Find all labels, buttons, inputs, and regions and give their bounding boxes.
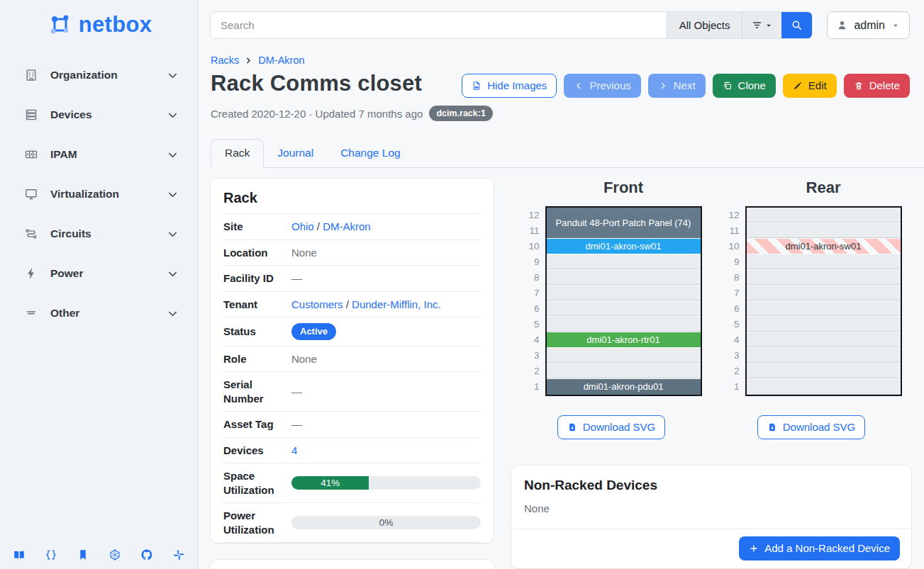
rack-slot-empty <box>547 317 701 332</box>
sidebar-item-circuits[interactable]: Circuits <box>0 214 198 254</box>
tab-rack[interactable]: Rack <box>211 139 264 168</box>
rack-device[interactable]: dmi01-akron-rtr01 <box>547 332 701 348</box>
breadcrumb-site-link[interactable]: DM-Akron <box>258 55 304 66</box>
table-row: Status Active <box>223 317 481 346</box>
sidebar-item-ipam[interactable]: IPAM <box>0 135 198 174</box>
table-row: Site Ohio / DM-Akron <box>223 213 481 240</box>
panel-title: Rack <box>211 179 494 213</box>
user-menu-button[interactable]: admin <box>827 11 910 39</box>
plus-icon <box>749 543 759 553</box>
file-download-icon <box>767 422 777 432</box>
unit-number: 9 <box>721 254 740 270</box>
username: admin <box>854 19 885 32</box>
unit-number: 2 <box>721 364 740 379</box>
unit-number: 3 <box>521 348 540 364</box>
file-download-icon <box>567 422 577 432</box>
rack-slot-empty <box>747 317 901 332</box>
other-icon <box>24 306 38 320</box>
virtualization-icon <box>24 187 38 201</box>
topbar: All Objects admin <box>199 0 924 39</box>
tenant-link[interactable]: Dunder-Mifflin, Inc. <box>352 298 441 310</box>
power-utilization-bar: 0% <box>291 516 481 529</box>
next-button[interactable]: Next <box>648 74 706 98</box>
unit-number: 8 <box>721 270 740 286</box>
sidebar-item-organization[interactable]: Organization <box>0 55 198 95</box>
api-docs-icon[interactable] <box>77 548 89 561</box>
slack-icon[interactable] <box>172 548 185 561</box>
unit-number: 12 <box>721 208 740 223</box>
netbox-logo[interactable]: netbox <box>0 0 198 44</box>
sidebar-item-virtualization[interactable]: Virtualization <box>0 174 198 214</box>
rack-slot-empty <box>547 270 701 286</box>
clone-button[interactable]: Clone <box>713 74 776 98</box>
graphql-icon[interactable] <box>108 548 121 561</box>
delete-button[interactable]: Delete <box>844 74 910 98</box>
role-value: None <box>291 352 481 366</box>
sidebar: netbox Organization Devices IPAM Virtual… <box>0 0 199 569</box>
chevron-down-icon <box>166 108 179 122</box>
pencil-icon <box>793 81 803 91</box>
devices-count-link[interactable]: 4 <box>291 444 297 456</box>
unit-number: 8 <box>521 270 540 286</box>
table-row: Tenant Customers / Dunder-Mifflin, Inc. <box>223 291 481 317</box>
rack-slot-empty <box>747 348 901 364</box>
rack-device[interactable]: dmi01-akron-pdu01 <box>547 379 701 395</box>
rack-device[interactable]: dmi01-akron-sw01 <box>547 239 701 254</box>
rest-api-icon[interactable] <box>45 548 57 561</box>
netbox-logo-text: netbox <box>79 12 152 38</box>
rack-elevations: Front 121110987654321 Panduit 48-Port Pa… <box>511 179 911 439</box>
rack-slot-empty <box>547 364 701 379</box>
search-filter-button[interactable] <box>742 12 781 38</box>
unit-number: 6 <box>521 301 540 317</box>
rack-slot-empty <box>747 223 901 239</box>
status-badge: Active <box>291 323 336 340</box>
sidebar-item-devices[interactable]: Devices <box>0 95 198 135</box>
chevron-down-icon <box>166 188 179 201</box>
download-svg-front-button[interactable]: Download SVG <box>557 415 666 439</box>
chevron-down-icon <box>166 227 179 241</box>
github-icon[interactable] <box>140 548 153 561</box>
site-group-link[interactable]: Ohio <box>291 220 314 232</box>
facility-id-value: — <box>291 271 481 286</box>
filter-icon <box>751 19 763 31</box>
rack-slot-empty <box>747 379 901 395</box>
tab-journal[interactable]: Journal <box>264 140 327 167</box>
rack-device[interactable]: dmi01-akron-sw01 <box>747 239 901 254</box>
rack-slot-empty <box>547 254 701 270</box>
unit-number: 10 <box>721 239 740 254</box>
add-non-racked-device-button[interactable]: Add a Non-Racked Device <box>739 536 900 560</box>
hide-images-button[interactable]: Hide Images <box>462 74 557 98</box>
tenant-group-link[interactable]: Customers <box>291 298 343 310</box>
rack-slot-empty <box>747 364 901 379</box>
page-meta: Created 2020-12-20 · Updated 7 months ag… <box>199 98 924 121</box>
chevron-left-icon <box>574 81 584 91</box>
rack-slot-empty <box>747 286 901 301</box>
rear-heading: Rear <box>782 179 841 197</box>
unit-number: 11 <box>521 223 540 239</box>
unit-number: 1 <box>721 379 740 395</box>
sidebar-item-power[interactable]: Power <box>0 254 198 293</box>
tab-change-log[interactable]: Change Log <box>327 140 413 167</box>
site-link[interactable]: DM-Akron <box>323 220 371 232</box>
table-row: Space Utilization 41% <box>223 463 481 502</box>
docs-icon[interactable] <box>13 548 26 561</box>
search-input[interactable] <box>211 12 667 38</box>
rack-details-table: Site Ohio / DM-Akron Location None Facil… <box>223 213 481 543</box>
sidebar-item-other[interactable]: Other <box>0 293 198 333</box>
content: Rack Site Ohio / DM-Akron Location None <box>199 168 924 569</box>
devices-icon <box>24 108 38 122</box>
panel-title: Non-Racked Devices <box>511 466 911 502</box>
breadcrumb-racks-link[interactable]: Racks <box>211 55 239 66</box>
rack-device[interactable]: Panduit 48-Port Patch Panel (74) <box>547 208 701 239</box>
front-heading: Front <box>579 179 643 197</box>
page-actions: Hide Images Previous Next Clone <box>462 71 910 98</box>
rack-slot-empty <box>747 301 901 317</box>
table-row: Asset Tag — <box>223 411 481 437</box>
previous-button[interactable]: Previous <box>564 74 640 98</box>
rack-slot-empty <box>747 208 901 223</box>
search-scope-button[interactable]: All Objects <box>667 12 742 38</box>
chevron-right-icon <box>658 81 668 91</box>
download-svg-rear-button[interactable]: Download SVG <box>757 415 866 439</box>
edit-button[interactable]: Edit <box>783 74 837 98</box>
search-submit-button[interactable] <box>781 12 812 38</box>
